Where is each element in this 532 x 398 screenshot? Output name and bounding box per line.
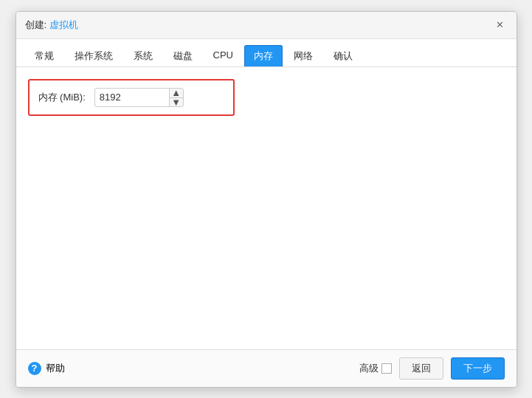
advanced-group: 高级 xyxy=(359,362,392,375)
tab-memory[interactable]: 内存 xyxy=(244,45,283,66)
title-bar: 创建: 虚拟机 ✕ xyxy=(16,12,517,39)
tab-os[interactable]: 操作系统 xyxy=(65,45,122,66)
footer-left: ? 帮助 xyxy=(28,362,65,375)
content-area: 内存 (MiB): ▲ ▼ xyxy=(16,67,517,349)
tab-cpu[interactable]: CPU xyxy=(204,45,243,66)
memory-spin-up[interactable]: ▲ xyxy=(170,89,183,97)
close-button[interactable]: ✕ xyxy=(493,18,508,32)
help-label: 帮助 xyxy=(46,362,65,375)
memory-field-group: 内存 (MiB): ▲ ▼ xyxy=(28,79,235,116)
footer-right: 高级 返回 下一步 xyxy=(359,357,505,380)
dialog-title: 创建: 虚拟机 xyxy=(25,18,78,32)
help-icon[interactable]: ? xyxy=(28,362,41,375)
back-button[interactable]: 返回 xyxy=(399,357,443,380)
memory-input[interactable] xyxy=(95,89,169,105)
next-button[interactable]: 下一步 xyxy=(451,357,505,380)
tab-disk[interactable]: 磁盘 xyxy=(164,45,202,66)
tab-system[interactable]: 系统 xyxy=(124,45,162,66)
advanced-label: 高级 xyxy=(359,362,379,375)
advanced-checkbox[interactable] xyxy=(381,363,392,374)
create-vm-dialog: 创建: 虚拟机 ✕ 常规 操作系统 系统 磁盘 CPU 内存 网络 确认 内存 … xyxy=(15,11,517,388)
memory-spin-down[interactable]: ▼ xyxy=(170,97,183,106)
tab-network[interactable]: 网络 xyxy=(284,45,322,66)
footer: ? 帮助 高级 返回 下一步 xyxy=(16,349,517,387)
tab-confirm[interactable]: 确认 xyxy=(324,45,362,66)
memory-spin-buttons: ▲ ▼ xyxy=(169,89,183,106)
tab-general[interactable]: 常规 xyxy=(25,45,63,66)
memory-input-wrapper: ▲ ▼ xyxy=(94,88,184,107)
tab-bar: 常规 操作系统 系统 磁盘 CPU 内存 网络 确认 xyxy=(16,39,517,67)
memory-label: 内存 (MiB): xyxy=(38,91,86,104)
